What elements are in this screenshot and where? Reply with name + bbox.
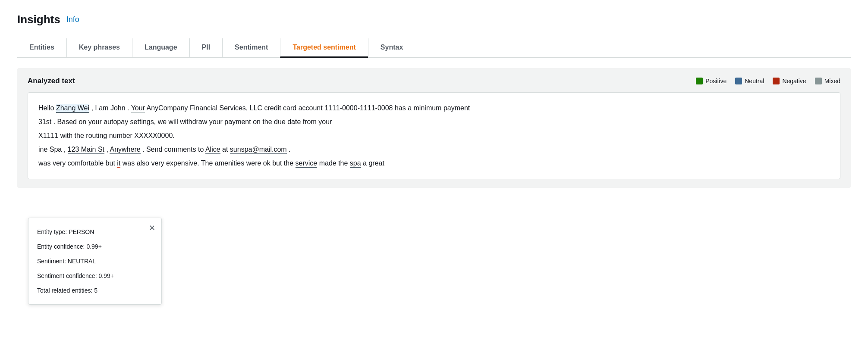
tooltip-popup: ✕ Entity type: PERSON Entity confidence:… xyxy=(28,218,162,305)
your-word-2: your xyxy=(88,118,102,126)
header: Insights Info xyxy=(17,13,851,26)
tab-pii[interactable]: PII xyxy=(189,38,223,58)
email-entity[interactable]: sunspa@mail.com xyxy=(230,146,287,154)
neutral-dot-icon xyxy=(735,78,742,84)
legend-negative: Negative xyxy=(773,78,806,84)
text-line-2: 31st . Based on your autopay settings, w… xyxy=(38,118,332,126)
tooltip-entity-confidence: Entity confidence: 0.99+ xyxy=(37,240,153,253)
anywhere-entity[interactable]: Anywhere xyxy=(110,146,140,154)
your-word-1: Your xyxy=(131,104,145,112)
negative-dot-icon xyxy=(773,78,780,84)
analyzed-text-label: Analyzed text xyxy=(28,77,75,85)
tab-targeted-sentiment[interactable]: Targeted sentiment xyxy=(280,38,368,58)
tab-sentiment[interactable]: Sentiment xyxy=(222,38,280,58)
tab-key-phrases[interactable]: Key phrases xyxy=(66,38,132,58)
main-st-entity[interactable]: 123 Main St xyxy=(68,146,104,154)
legend-positive: Positive xyxy=(696,78,726,84)
your-word-3: your xyxy=(209,118,223,126)
text-line-4: ine Spa , 123 Main St , Anywhere . Send … xyxy=(38,146,291,154)
legend-positive-label: Positive xyxy=(705,78,726,84)
positive-dot-icon xyxy=(696,78,703,84)
legend-negative-label: Negative xyxy=(782,78,806,84)
tooltip-close-button[interactable]: ✕ xyxy=(149,223,155,233)
tab-entities[interactable]: Entities xyxy=(17,38,66,58)
it-word: it xyxy=(117,159,120,168)
tabs-container: Entities Key phrases Language PII Sentim… xyxy=(17,38,851,58)
tooltip-entity-type: Entity type: PERSON xyxy=(37,226,153,238)
content-area: Analyzed text Positive Neutral Negative … xyxy=(17,68,851,188)
text-body: Hello Zhang Wei , I am John . Your AnyCo… xyxy=(28,92,840,179)
spa-entity[interactable]: spa xyxy=(350,159,361,168)
tooltip-total-related: Total related entities: 5 xyxy=(37,284,153,296)
text-line-5: was very comfortable but it was also ver… xyxy=(38,159,384,168)
tab-syntax[interactable]: Syntax xyxy=(368,38,415,58)
alice-entity[interactable]: Alice xyxy=(205,146,220,154)
your-word-4: your xyxy=(318,118,332,126)
tab-language[interactable]: Language xyxy=(132,38,189,58)
date-word: date xyxy=(287,118,301,126)
page-container: Insights Info Entities Key phrases Langu… xyxy=(0,0,868,337)
legend-mixed-label: Mixed xyxy=(824,78,840,84)
tooltip-sentiment: Sentiment: NEUTRAL xyxy=(37,255,153,267)
legend-neutral: Neutral xyxy=(735,78,764,84)
text-line-1: Hello Zhang Wei , I am John . Your AnyCo… xyxy=(38,104,470,113)
legend-mixed: Mixed xyxy=(815,78,840,84)
service-entity[interactable]: service xyxy=(296,159,318,168)
page-title: Insights xyxy=(17,13,60,26)
zhang-wei-entity[interactable]: Zhang Wei xyxy=(56,104,89,113)
legend-neutral-label: Neutral xyxy=(745,78,764,84)
text-line-3: X1111 with the routing number XXXXX0000. xyxy=(38,132,175,139)
mixed-dot-icon xyxy=(815,78,822,84)
legend: Positive Neutral Negative Mixed xyxy=(696,78,840,84)
analyzed-text-header: Analyzed text Positive Neutral Negative … xyxy=(28,77,840,85)
info-link[interactable]: Info xyxy=(66,15,79,24)
tooltip-sentiment-confidence: Sentiment confidence: 0.99+ xyxy=(37,270,153,282)
